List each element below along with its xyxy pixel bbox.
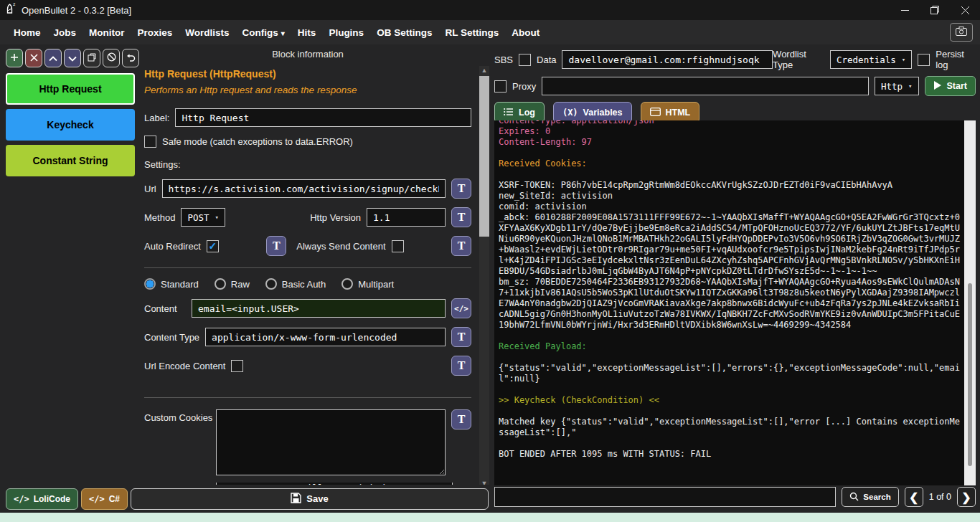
mode-radio-basic-auth[interactable]: [265, 278, 277, 290]
close-button[interactable]: [950, 0, 980, 20]
url-interpolation-button[interactable]: T: [451, 179, 471, 199]
menu-item-about[interactable]: About: [505, 27, 546, 38]
mode-radio-standard[interactable]: [144, 278, 156, 290]
scroll-up-icon[interactable]: ▲: [479, 66, 489, 75]
menu-item-hits[interactable]: Hits: [291, 27, 323, 38]
clone-block-button[interactable]: [83, 49, 100, 67]
custom-cookies-interpolation-button[interactable]: T: [451, 409, 471, 430]
interpolation-icon: T: [458, 359, 466, 372]
content-interpolation-toggle-button[interactable]: T: [266, 236, 286, 256]
url-encode-checkbox[interactable]: ✓: [231, 360, 243, 372]
disable-block-button[interactable]: [103, 49, 120, 67]
url-encode-label: Url Encode Content: [144, 361, 225, 371]
lolicode-button[interactable]: </> LoliCode: [6, 488, 78, 510]
add-block-button[interactable]: [6, 49, 23, 67]
label-input[interactable]: [175, 108, 471, 127]
log-search-input[interactable]: [494, 487, 836, 507]
menu-item-proxies[interactable]: Proxies: [131, 27, 179, 38]
custom-cookies-textarea[interactable]: [216, 409, 446, 475]
method-select[interactable]: POST ▾: [181, 208, 225, 227]
content-code-button[interactable]: </>: [451, 298, 471, 318]
block-description: Performs an Http request and reads the r…: [144, 85, 471, 95]
content-input[interactable]: [192, 299, 446, 318]
restore-button[interactable]: [920, 0, 950, 20]
log-line: [499, 331, 960, 341]
proxy-checkbox[interactable]: [494, 80, 507, 92]
wordlist-type-select[interactable]: Credentials ▾: [830, 50, 912, 69]
block-info-header: Block information: [144, 47, 471, 68]
save-icon: [291, 493, 301, 506]
content-type-input[interactable]: [205, 328, 446, 346]
mode-radio-multipart[interactable]: [341, 278, 353, 290]
sbs-checkbox[interactable]: [519, 54, 531, 66]
move-block-down-button[interactable]: [64, 49, 81, 67]
stacker-block-constant-string[interactable]: Constant String: [6, 145, 135, 176]
log-line: Expires: 0: [499, 126, 960, 137]
next-match-button[interactable]: ❯: [957, 487, 976, 507]
variables-icon: (X): [562, 108, 578, 118]
persist-log-label: Persist log: [936, 49, 976, 70]
plus-icon: [10, 52, 19, 65]
undo-button[interactable]: [122, 49, 139, 67]
divider: [144, 267, 471, 268]
http-version-caption: Http Version: [310, 212, 361, 223]
ban-icon: [107, 52, 116, 65]
divider: [144, 397, 471, 398]
menu-item-jobs[interactable]: Jobs: [47, 27, 83, 38]
proxy-input[interactable]: [542, 77, 869, 95]
menu-item-home[interactable]: Home: [7, 27, 47, 38]
mode-radio-raw[interactable]: [215, 278, 226, 290]
camera-icon: [956, 26, 967, 39]
menu-item-configs[interactable]: Configs▾: [236, 27, 291, 38]
interpolation-icon: T: [458, 413, 466, 426]
block-info-scrollbar-thumb[interactable]: [479, 76, 489, 237]
search-button[interactable]: Search: [842, 487, 898, 507]
persist-log-checkbox[interactable]: [918, 54, 930, 66]
desktop-background: [0, 513, 980, 522]
window-title: OpenBullet 2 - 0.3.2 [Beta]: [22, 5, 131, 16]
log-line: Received Cookies:: [499, 158, 960, 169]
safe-mode-checkbox[interactable]: [144, 136, 156, 148]
always-send-interpolation-button[interactable]: T: [451, 236, 471, 256]
log-scrollbar-thumb[interactable]: [968, 283, 972, 466]
stacker-panel: Http RequestKeycheckConstant String: [0, 44, 140, 513]
content-type-interpolation-button[interactable]: T: [451, 327, 471, 347]
previous-match-button[interactable]: ❮: [905, 487, 923, 507]
menu-item-monitor[interactable]: Monitor: [83, 27, 131, 38]
save-button[interactable]: Save: [131, 488, 489, 510]
stacker-block-http-request[interactable]: Http Request: [6, 73, 135, 105]
log-line: comid: activision: [499, 201, 960, 212]
screenshot-button[interactable]: [950, 23, 973, 42]
auto-redirect-checkbox[interactable]: ✓: [207, 240, 219, 252]
move-block-up-button[interactable]: [44, 49, 62, 67]
menu-item-rl-settings[interactable]: RL Settings: [438, 27, 505, 38]
copy-icon: [88, 52, 96, 65]
log-line: Matched key {"status":"valid","exception…: [499, 417, 960, 438]
cross-icon: [30, 52, 38, 65]
start-button[interactable]: Start: [925, 76, 976, 96]
stacker-block-keycheck[interactable]: Keycheck: [6, 109, 135, 141]
chevron-left-icon: ❮: [909, 490, 918, 504]
openbullet-window: 2 OpenBullet 2 - 0.3.2 [Beta] HomeJobsMo…: [0, 0, 980, 513]
custom-cookies-caption: Custom Cookies: [144, 412, 210, 423]
menu-item-plugins[interactable]: Plugins: [322, 27, 370, 38]
data-input[interactable]: [562, 50, 773, 69]
menu-item-ob-settings[interactable]: OB Settings: [370, 27, 438, 38]
block-info-panel: Block information Http Request (HttpRequ…: [140, 44, 491, 485]
log-search-bar: Search ❮ 1 of 0 ❯: [494, 486, 976, 508]
url-encode-interpolation-button[interactable]: T: [451, 356, 471, 376]
csharp-button[interactable]: </> C#: [81, 488, 128, 510]
log-line: new_SiteId: activision: [499, 191, 960, 201]
proxy-type-select[interactable]: Http ▾: [875, 77, 919, 95]
menu-item-wordlists[interactable]: Wordlists: [179, 27, 235, 38]
remove-block-button[interactable]: [25, 49, 42, 67]
stacker-toolbar: [0, 44, 140, 73]
log-line: Content-Length: 97: [499, 137, 960, 148]
url-input[interactable]: [162, 179, 446, 198]
always-send-content-checkbox[interactable]: ✓: [392, 240, 404, 252]
minimize-button[interactable]: [890, 0, 920, 20]
http-version-interpolation-button[interactable]: T: [451, 207, 471, 227]
interpolation-icon: T: [273, 239, 281, 252]
block-title: Http Request (HttpRequest): [144, 68, 471, 80]
http-version-input[interactable]: [367, 208, 446, 227]
